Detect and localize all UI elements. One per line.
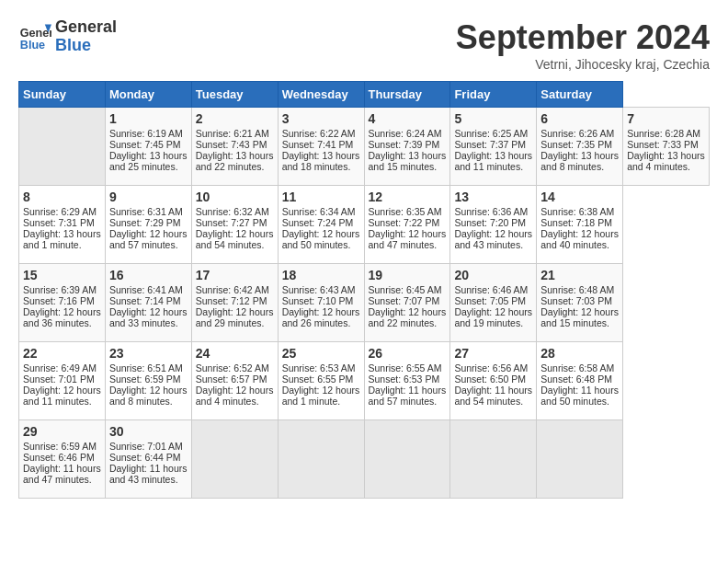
sunset-text: Sunset: 7:33 PM xyxy=(627,139,705,150)
header-day-tuesday: Tuesday xyxy=(191,82,278,108)
calendar-cell: 26Sunrise: 6:55 AMSunset: 6:53 PMDayligh… xyxy=(364,342,450,420)
sunrise-text: Sunrise: 6:24 AM xyxy=(369,128,447,139)
sunset-text: Sunset: 7:10 PM xyxy=(282,295,360,306)
sunset-text: Sunset: 7:45 PM xyxy=(109,139,188,150)
daylight-text: Daylight: 11 hours and 43 minutes. xyxy=(109,463,188,485)
sunset-text: Sunset: 7:03 PM xyxy=(540,295,619,306)
sunrise-text: Sunrise: 6:55 AM xyxy=(369,362,447,373)
daylight-text: Daylight: 12 hours and 29 minutes. xyxy=(196,306,274,328)
day-number: 4 xyxy=(369,111,447,126)
logo-icon: General Blue xyxy=(18,20,51,53)
calendar-cell: 29Sunrise: 6:59 AMSunset: 6:46 PMDayligh… xyxy=(19,420,106,499)
sunrise-text: Sunrise: 6:52 AM xyxy=(196,362,274,373)
sunset-text: Sunset: 7:16 PM xyxy=(23,295,101,306)
daylight-text: Daylight: 12 hours and 54 minutes. xyxy=(196,228,274,250)
location-subtitle: Vetrni, Jihocesky kraj, Czechia xyxy=(456,57,710,72)
day-number: 18 xyxy=(282,268,360,282)
sunrise-text: Sunrise: 6:21 AM xyxy=(196,128,274,139)
day-number: 21 xyxy=(540,268,619,282)
sunset-text: Sunset: 6:55 PM xyxy=(282,373,360,385)
calendar-cell: 5Sunrise: 6:25 AMSunset: 7:37 PMDaylight… xyxy=(450,108,537,186)
calendar-cell: 17Sunrise: 6:42 AMSunset: 7:12 PMDayligh… xyxy=(191,264,278,342)
sunset-text: Sunset: 6:59 PM xyxy=(109,373,188,385)
calendar-cell xyxy=(19,108,106,186)
calendar-cell: 7Sunrise: 6:28 AMSunset: 7:33 PMDaylight… xyxy=(623,108,710,186)
header-row: SundayMondayTuesdayWednesdayThursdayFrid… xyxy=(19,82,710,108)
sunrise-text: Sunrise: 6:49 AM xyxy=(23,362,101,373)
sunset-text: Sunset: 6:53 PM xyxy=(369,373,447,385)
day-number: 11 xyxy=(282,190,360,204)
calendar-cell xyxy=(278,420,364,499)
day-number: 5 xyxy=(454,111,532,126)
calendar-cell: 24Sunrise: 6:52 AMSunset: 6:57 PMDayligh… xyxy=(191,342,278,420)
sunset-text: Sunset: 7:39 PM xyxy=(369,139,447,150)
sunset-text: Sunset: 7:41 PM xyxy=(282,139,360,150)
logo: General Blue General Blue xyxy=(18,18,117,55)
sunset-text: Sunset: 7:07 PM xyxy=(369,295,447,306)
daylight-text: Daylight: 13 hours and 11 minutes. xyxy=(454,150,532,172)
calendar-table: SundayMondayTuesdayWednesdayThursdayFrid… xyxy=(18,81,710,499)
calendar-cell: 13Sunrise: 6:36 AMSunset: 7:20 PMDayligh… xyxy=(450,186,537,264)
sunrise-text: Sunrise: 6:41 AM xyxy=(109,284,188,295)
sunset-text: Sunset: 7:22 PM xyxy=(369,217,447,228)
sunset-text: Sunset: 7:29 PM xyxy=(109,217,188,228)
calendar-cell: 2Sunrise: 6:21 AMSunset: 7:43 PMDaylight… xyxy=(191,108,278,186)
day-number: 3 xyxy=(282,111,360,126)
sunset-text: Sunset: 7:12 PM xyxy=(196,295,274,306)
calendar-cell: 3Sunrise: 6:22 AMSunset: 7:41 PMDaylight… xyxy=(278,108,364,186)
sunrise-text: Sunrise: 6:43 AM xyxy=(282,284,360,295)
day-number: 20 xyxy=(454,268,532,282)
sunset-text: Sunset: 7:20 PM xyxy=(454,217,532,228)
calendar-cell: 20Sunrise: 6:46 AMSunset: 7:05 PMDayligh… xyxy=(450,264,537,342)
calendar-cell xyxy=(537,420,623,499)
calendar-cell: 19Sunrise: 6:45 AMSunset: 7:07 PMDayligh… xyxy=(364,264,450,342)
daylight-text: Daylight: 12 hours and 22 minutes. xyxy=(369,306,447,328)
day-number: 29 xyxy=(23,424,101,439)
sunrise-text: Sunrise: 6:42 AM xyxy=(196,284,274,295)
calendar-cell: 12Sunrise: 6:35 AMSunset: 7:22 PMDayligh… xyxy=(364,186,450,264)
header-day-monday: Monday xyxy=(105,82,191,108)
daylight-text: Daylight: 12 hours and 1 minute. xyxy=(282,385,360,407)
calendar-body: 1Sunrise: 6:19 AMSunset: 7:45 PMDaylight… xyxy=(19,108,710,499)
sunrise-text: Sunrise: 6:35 AM xyxy=(369,206,447,217)
calendar-week-4: 22Sunrise: 6:49 AMSunset: 7:01 PMDayligh… xyxy=(19,342,710,420)
daylight-text: Daylight: 12 hours and 4 minutes. xyxy=(196,385,274,407)
calendar-week-5: 29Sunrise: 6:59 AMSunset: 6:46 PMDayligh… xyxy=(19,420,710,499)
day-number: 15 xyxy=(23,268,101,282)
daylight-text: Daylight: 12 hours and 50 minutes. xyxy=(282,228,360,250)
sunset-text: Sunset: 6:44 PM xyxy=(109,452,188,463)
daylight-text: Daylight: 11 hours and 54 minutes. xyxy=(454,385,532,407)
sunrise-text: Sunrise: 6:34 AM xyxy=(282,206,360,217)
sunset-text: Sunset: 7:27 PM xyxy=(196,217,274,228)
day-number: 9 xyxy=(109,190,188,204)
daylight-text: Daylight: 13 hours and 15 minutes. xyxy=(369,150,447,172)
sunrise-text: Sunrise: 6:29 AM xyxy=(23,206,101,217)
daylight-text: Daylight: 12 hours and 43 minutes. xyxy=(454,228,532,250)
daylight-text: Daylight: 12 hours and 33 minutes. xyxy=(109,306,188,328)
sunrise-text: Sunrise: 6:38 AM xyxy=(540,206,619,217)
sunrise-text: Sunrise: 6:48 AM xyxy=(540,284,619,295)
day-number: 19 xyxy=(369,268,447,282)
daylight-text: Daylight: 12 hours and 15 minutes. xyxy=(540,306,619,328)
day-number: 16 xyxy=(109,268,188,282)
calendar-cell: 14Sunrise: 6:38 AMSunset: 7:18 PMDayligh… xyxy=(537,186,623,264)
day-number: 27 xyxy=(454,346,532,361)
calendar-cell: 16Sunrise: 6:41 AMSunset: 7:14 PMDayligh… xyxy=(105,264,191,342)
calendar-cell: 6Sunrise: 6:26 AMSunset: 7:35 PMDaylight… xyxy=(537,108,623,186)
day-number: 6 xyxy=(540,111,619,126)
calendar-cell: 27Sunrise: 6:56 AMSunset: 6:50 PMDayligh… xyxy=(450,342,537,420)
sunrise-text: Sunrise: 6:59 AM xyxy=(23,441,101,452)
sunset-text: Sunset: 7:05 PM xyxy=(454,295,532,306)
calendar-cell: 21Sunrise: 6:48 AMSunset: 7:03 PMDayligh… xyxy=(537,264,623,342)
day-number: 13 xyxy=(454,190,532,204)
calendar-week-3: 15Sunrise: 6:39 AMSunset: 7:16 PMDayligh… xyxy=(19,264,710,342)
calendar-cell: 4Sunrise: 6:24 AMSunset: 7:39 PMDaylight… xyxy=(364,108,450,186)
calendar-cell: 30Sunrise: 7:01 AMSunset: 6:44 PMDayligh… xyxy=(105,420,191,499)
sunset-text: Sunset: 7:37 PM xyxy=(454,139,532,150)
page-header: General Blue General Blue September 2024… xyxy=(18,18,710,72)
sunrise-text: Sunrise: 7:01 AM xyxy=(109,441,188,452)
sunrise-text: Sunrise: 6:32 AM xyxy=(196,206,274,217)
month-title: September 2024 xyxy=(456,18,710,57)
day-number: 26 xyxy=(369,346,447,361)
sunrise-text: Sunrise: 6:26 AM xyxy=(540,128,619,139)
